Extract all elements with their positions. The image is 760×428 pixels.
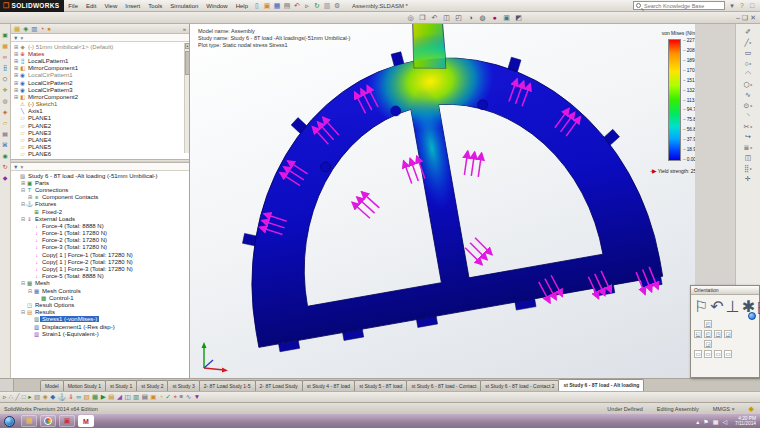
report-icon[interactable]: ▤: [142, 393, 148, 401]
menu-tools[interactable]: Tools: [144, 3, 166, 9]
display-style-icon[interactable]: ◑: [465, 14, 476, 22]
component-pattern-icon[interactable]: ⣿: [3, 65, 7, 71]
feature-tree-scrollbar[interactable]: ▴: [184, 43, 189, 153]
convert-entities-icon[interactable]: ↪: [745, 133, 751, 140]
feature-tree-item[interactable]: ⊞⣿LocalLPattern1: [13, 57, 189, 64]
section-view-icon[interactable]: ◫: [441, 14, 452, 22]
assembly-features-icon[interactable]: ◈: [3, 109, 8, 115]
reader-icon[interactable]: ▣: [59, 415, 75, 427]
hide-show-items-icon[interactable]: ◍: [477, 14, 488, 22]
sim-tree-item[interactable]: ⊞Fixed-2: [13, 208, 189, 215]
view-cube-button[interactable]: ◰: [704, 330, 712, 338]
new-doc-icon[interactable]: ▯: [252, 1, 262, 11]
drop-test-icon[interactable]: ▼: [194, 393, 200, 401]
view-flat-button[interactable]: ▭: [694, 350, 702, 358]
feature-tree-item[interactable]: ⊞◆(-) 51mm Umbilical<1> (Default): [13, 43, 189, 50]
trend-tracker-icon[interactable]: ∿: [186, 393, 191, 401]
offset-tool[interactable]: ≣▸: [744, 144, 753, 151]
arc-icon[interactable]: ◠: [745, 70, 751, 77]
ellipse-icon[interactable]: ⊙: [744, 102, 750, 109]
instant3d-icon[interactable]: ◉: [2, 153, 7, 159]
filter-faces-icon[interactable]: □: [22, 393, 26, 401]
flyout-arrow-icon[interactable]: ▸: [750, 124, 752, 129]
view-cube-button[interactable]: ◰: [704, 320, 712, 328]
mate-icon[interactable]: ∞: [3, 54, 7, 60]
spline-tool[interactable]: ∿: [745, 91, 751, 98]
pattern-entities-tool[interactable]: ⣿▸: [744, 165, 752, 172]
print-icon[interactable]: ▤: [282, 1, 292, 11]
sim-tree-item[interactable]: ↓Force-5 (Total: 8888 N): [13, 273, 189, 280]
model-canvas[interactable]: [190, 24, 695, 378]
include-image-icon[interactable]: ▣: [150, 393, 156, 401]
file-properties-icon[interactable]: ▥: [322, 1, 332, 11]
menu-window[interactable]: Window: [202, 3, 231, 9]
simulation-advisor-icon[interactable]: ◆: [3, 175, 8, 181]
help-icon[interactable]: ?: [737, 1, 747, 11]
feature-tree-item[interactable]: ⊞◉LocalCirPattern1: [13, 72, 189, 79]
pattern-entities-icon[interactable]: ⣿: [744, 165, 749, 172]
flyout-arrow-icon[interactable]: ▸: [750, 61, 752, 66]
displaymanager-tab-icon[interactable]: ●: [47, 25, 51, 33]
feature-tree-item[interactable]: ▱PLANE2: [13, 122, 189, 129]
feature-tree-item[interactable]: ⚠(-) Sketch1: [13, 101, 189, 108]
stress-model-3d[interactable]: [190, 24, 695, 378]
feature-tree-item[interactable]: ⊞◧MirrorComponent1: [13, 65, 189, 72]
view-flat-button[interactable]: ▭: [704, 350, 712, 358]
reference-geometry-icon[interactable]: ▱: [3, 120, 8, 126]
pushpin-icon[interactable]: ⚐: [694, 297, 708, 316]
search-dropdown-icon[interactable]: ▾: [727, 1, 737, 11]
apply-scene-icon[interactable]: ▣: [501, 14, 512, 22]
feature-tree-item[interactable]: ╲Axis1: [13, 108, 189, 115]
simulation-evaluator-icon[interactable]: ◆: [50, 393, 55, 401]
dimxpert-tab-icon[interactable]: ◔: [40, 25, 44, 33]
trim-icon[interactable]: ✂: [744, 123, 750, 130]
doc-tab[interactable]: Motion Study 1: [63, 380, 106, 391]
circle-icon[interactable]: ○: [744, 60, 748, 67]
menu-insert[interactable]: Insert: [121, 3, 144, 9]
deformed-result-icon[interactable]: ◢: [117, 393, 122, 401]
start-button[interactable]: [4, 416, 15, 427]
move-entities-icon[interactable]: ✛: [745, 175, 751, 182]
feature-tree-item[interactable]: ▱PLANE1: [13, 115, 189, 122]
tree-filter-row[interactable]: ▼▾: [11, 34, 189, 42]
sim-tree-item[interactable]: ◳Result Options: [13, 301, 189, 308]
menu-file[interactable]: File: [64, 3, 82, 9]
update-icon[interactable]: ↻: [2, 164, 7, 170]
help-status-icon[interactable]: ◆: [749, 405, 754, 413]
menu-edit[interactable]: Edit: [82, 3, 100, 9]
doc-tab[interactable]: 2- 8T Load Study: [255, 380, 303, 391]
restore-icon[interactable]: ❏: [742, 14, 748, 22]
ellipse-tool[interactable]: ⊙▸: [744, 102, 753, 109]
zoom-area-icon[interactable]: ❐: [417, 14, 428, 22]
sim-tree-item[interactable]: ▩Control-1: [13, 294, 189, 301]
mirror-entities-icon[interactable]: ◫: [745, 154, 752, 161]
sim-tree-item[interactable]: ▥Displacement1 (-Res disp-): [13, 323, 189, 330]
sim-tree-item[interactable]: ▥Stress1 (-vonMises-): [13, 316, 189, 323]
view-settings-icon[interactable]: ◩: [513, 14, 524, 22]
sim-tree-item[interactable]: ⊟▤Results: [13, 309, 189, 316]
doc-tab[interactable]: st Study 6 - 8T load - Alt loading: [558, 379, 644, 391]
configurationmanager-tab-icon[interactable]: ▥: [31, 25, 37, 33]
probe-icon[interactable]: ⌖: [173, 393, 177, 401]
circle-tool[interactable]: ○▸: [744, 60, 751, 67]
open-icon[interactable]: ▣: [262, 1, 272, 11]
sim-tree-item[interactable]: ↓Force-1 (Total: 17280 N): [13, 230, 189, 237]
study-icon[interactable]: ▧: [34, 393, 40, 401]
select-arrow-icon[interactable]: ▹: [3, 393, 6, 401]
sim-tree-item[interactable]: ⊟▦Mesh Controls: [13, 287, 189, 294]
explorer-icon[interactable]: ▦: [21, 415, 37, 427]
bom-icon[interactable]: ▤: [2, 131, 8, 137]
maple-icon[interactable]: M: [78, 415, 94, 427]
view-flat-button[interactable]: ▭: [714, 350, 722, 358]
flyout-arrow-icon[interactable]: ▸: [750, 145, 752, 150]
view-cube-button[interactable]: ◲: [724, 330, 732, 338]
offset-icon[interactable]: ≣: [744, 144, 750, 151]
sim-tree-item[interactable]: ↓Force-3 (Total: 17280 N): [13, 244, 189, 251]
line-icon[interactable]: ╱: [744, 39, 748, 46]
normal-to-icon[interactable]: ⊥: [726, 297, 740, 316]
select-icon[interactable]: ▹: [302, 1, 312, 11]
move-component-icon[interactable]: ✛: [2, 87, 7, 93]
smart-dimension-icon[interactable]: ✐: [745, 28, 751, 35]
menu-view[interactable]: View: [100, 3, 121, 9]
connections-advisor-icon[interactable]: ∞: [76, 393, 81, 401]
